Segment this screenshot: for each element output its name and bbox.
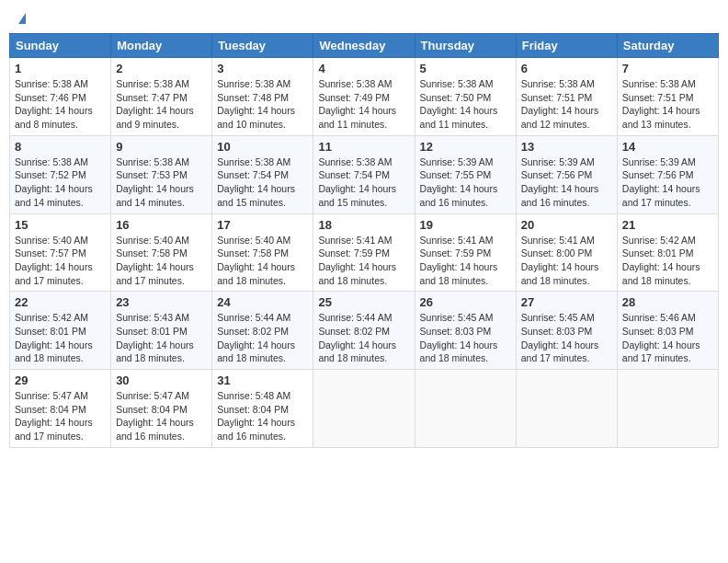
day-info: Sunrise: 5:44 AMSunset: 8:02 PMDaylight:… [318, 311, 409, 365]
header-saturday: Saturday [617, 34, 718, 58]
day-number: 29 [15, 373, 106, 387]
header-friday: Friday [516, 34, 617, 58]
day-number: 26 [420, 295, 511, 309]
calendar-cell: 10Sunrise: 5:38 AMSunset: 7:54 PMDayligh… [212, 135, 313, 213]
calendar-cell [516, 370, 617, 448]
calendar-cell: 25Sunrise: 5:44 AMSunset: 8:02 PMDayligh… [313, 292, 415, 370]
day-info: Sunrise: 5:45 AMSunset: 8:03 PMDaylight:… [521, 311, 612, 365]
day-number: 7 [622, 62, 713, 75]
calendar-cell: 19Sunrise: 5:41 AMSunset: 7:59 PMDayligh… [415, 213, 516, 292]
calendar-cell: 27Sunrise: 5:45 AMSunset: 8:03 PMDayligh… [516, 292, 617, 370]
calendar-cell: 16Sunrise: 5:40 AMSunset: 7:58 PMDayligh… [111, 213, 212, 292]
header-tuesday: Tuesday [212, 34, 313, 58]
calendar-cell: 21Sunrise: 5:42 AMSunset: 8:01 PMDayligh… [617, 213, 718, 292]
day-info: Sunrise: 5:39 AMSunset: 7:55 PMDaylight:… [420, 155, 511, 210]
day-number: 13 [521, 140, 612, 154]
calendar-cell: 23Sunrise: 5:43 AMSunset: 8:01 PMDayligh… [111, 292, 212, 370]
day-number: 22 [15, 295, 106, 309]
calendar-cell: 15Sunrise: 5:40 AMSunset: 7:57 PMDayligh… [10, 213, 111, 292]
calendar-cell: 13Sunrise: 5:39 AMSunset: 7:56 PMDayligh… [516, 135, 617, 213]
day-number: 5 [420, 62, 511, 75]
calendar-week-row: 15Sunrise: 5:40 AMSunset: 7:57 PMDayligh… [10, 213, 719, 292]
day-info: Sunrise: 5:43 AMSunset: 8:01 PMDaylight:… [116, 311, 207, 365]
calendar-cell: 31Sunrise: 5:48 AMSunset: 8:04 PMDayligh… [212, 370, 313, 448]
calendar-cell: 22Sunrise: 5:42 AMSunset: 8:01 PMDayligh… [10, 292, 111, 370]
day-number: 17 [217, 218, 308, 232]
day-info: Sunrise: 5:38 AMSunset: 7:51 PMDaylight:… [521, 77, 612, 132]
day-info: Sunrise: 5:39 AMSunset: 7:56 PMDaylight:… [622, 155, 713, 210]
day-number: 16 [116, 218, 207, 232]
day-info: Sunrise: 5:38 AMSunset: 7:48 PMDaylight:… [217, 77, 308, 132]
day-number: 1 [15, 62, 106, 75]
calendar-week-row: 22Sunrise: 5:42 AMSunset: 8:01 PMDayligh… [10, 292, 719, 370]
calendar-header-row: SundayMondayTuesdayWednesdayThursdayFrid… [10, 34, 719, 58]
day-number: 12 [420, 140, 511, 154]
calendar-cell [617, 370, 718, 448]
day-number: 10 [217, 140, 308, 154]
calendar-cell: 7Sunrise: 5:38 AMSunset: 7:51 PMDaylight… [617, 58, 718, 136]
day-info: Sunrise: 5:38 AMSunset: 7:53 PMDaylight:… [116, 155, 207, 210]
logo [17, 13, 26, 24]
page-header [9, 9, 719, 28]
day-info: Sunrise: 5:42 AMSunset: 8:01 PMDaylight:… [15, 311, 106, 365]
header-monday: Monday [111, 34, 212, 58]
day-number: 8 [15, 140, 106, 154]
day-info: Sunrise: 5:38 AMSunset: 7:50 PMDaylight:… [420, 77, 511, 132]
header-wednesday: Wednesday [313, 34, 415, 58]
day-info: Sunrise: 5:41 AMSunset: 8:00 PMDaylight:… [521, 234, 612, 288]
day-number: 24 [217, 295, 308, 309]
day-info: Sunrise: 5:44 AMSunset: 8:02 PMDaylight:… [217, 311, 308, 365]
day-info: Sunrise: 5:38 AMSunset: 7:51 PMDaylight:… [622, 77, 713, 132]
day-info: Sunrise: 5:47 AMSunset: 8:04 PMDaylight:… [15, 389, 106, 443]
day-info: Sunrise: 5:40 AMSunset: 7:58 PMDaylight:… [217, 234, 308, 288]
day-info: Sunrise: 5:38 AMSunset: 7:49 PMDaylight:… [318, 77, 409, 132]
day-number: 25 [318, 295, 409, 309]
day-info: Sunrise: 5:39 AMSunset: 7:56 PMDaylight:… [521, 155, 612, 210]
day-number: 14 [622, 140, 713, 154]
calendar-cell: 29Sunrise: 5:47 AMSunset: 8:04 PMDayligh… [10, 370, 111, 448]
day-info: Sunrise: 5:38 AMSunset: 7:54 PMDaylight:… [217, 155, 308, 210]
day-number: 27 [521, 295, 612, 309]
calendar-cell: 9Sunrise: 5:38 AMSunset: 7:53 PMDaylight… [111, 135, 212, 213]
day-info: Sunrise: 5:47 AMSunset: 8:04 PMDaylight:… [116, 389, 207, 443]
day-info: Sunrise: 5:38 AMSunset: 7:47 PMDaylight:… [116, 77, 207, 132]
day-number: 11 [318, 140, 409, 154]
calendar-cell: 3Sunrise: 5:38 AMSunset: 7:48 PMDaylight… [212, 58, 313, 136]
day-number: 31 [217, 373, 308, 387]
calendar-cell: 1Sunrise: 5:38 AMSunset: 7:46 PMDaylight… [10, 58, 111, 136]
day-number: 28 [622, 295, 713, 309]
calendar-cell: 8Sunrise: 5:38 AMSunset: 7:52 PMDaylight… [10, 135, 111, 213]
day-info: Sunrise: 5:42 AMSunset: 8:01 PMDaylight:… [622, 234, 713, 288]
calendar-cell [415, 370, 516, 448]
calendar-cell: 11Sunrise: 5:38 AMSunset: 7:54 PMDayligh… [313, 135, 415, 213]
day-info: Sunrise: 5:41 AMSunset: 7:59 PMDaylight:… [318, 234, 409, 288]
calendar-week-row: 1Sunrise: 5:38 AMSunset: 7:46 PMDaylight… [10, 58, 719, 136]
day-number: 2 [116, 62, 207, 75]
day-info: Sunrise: 5:40 AMSunset: 7:58 PMDaylight:… [116, 234, 207, 288]
day-info: Sunrise: 5:40 AMSunset: 7:57 PMDaylight:… [15, 234, 106, 288]
day-info: Sunrise: 5:46 AMSunset: 8:03 PMDaylight:… [622, 311, 713, 365]
calendar-cell: 4Sunrise: 5:38 AMSunset: 7:49 PMDaylight… [313, 58, 415, 136]
logo-icon [18, 13, 26, 24]
day-number: 23 [116, 295, 207, 309]
calendar-cell: 12Sunrise: 5:39 AMSunset: 7:55 PMDayligh… [415, 135, 516, 213]
calendar-cell: 17Sunrise: 5:40 AMSunset: 7:58 PMDayligh… [212, 213, 313, 292]
calendar-cell: 5Sunrise: 5:38 AMSunset: 7:50 PMDaylight… [415, 58, 516, 136]
day-info: Sunrise: 5:38 AMSunset: 7:46 PMDaylight:… [15, 77, 106, 132]
day-info: Sunrise: 5:38 AMSunset: 7:54 PMDaylight:… [318, 155, 409, 210]
day-number: 4 [318, 62, 409, 75]
day-info: Sunrise: 5:48 AMSunset: 8:04 PMDaylight:… [217, 389, 308, 443]
calendar-cell: 30Sunrise: 5:47 AMSunset: 8:04 PMDayligh… [111, 370, 212, 448]
calendar-cell: 6Sunrise: 5:38 AMSunset: 7:51 PMDaylight… [516, 58, 617, 136]
day-number: 21 [622, 218, 713, 232]
header-sunday: Sunday [10, 34, 111, 58]
calendar-cell: 18Sunrise: 5:41 AMSunset: 7:59 PMDayligh… [313, 213, 415, 292]
calendar-week-row: 29Sunrise: 5:47 AMSunset: 8:04 PMDayligh… [10, 370, 719, 448]
day-number: 3 [217, 62, 308, 75]
day-info: Sunrise: 5:38 AMSunset: 7:52 PMDaylight:… [15, 155, 106, 210]
calendar-cell: 24Sunrise: 5:44 AMSunset: 8:02 PMDayligh… [212, 292, 313, 370]
calendar-cell: 2Sunrise: 5:38 AMSunset: 7:47 PMDaylight… [111, 58, 212, 136]
calendar-cell: 28Sunrise: 5:46 AMSunset: 8:03 PMDayligh… [617, 292, 718, 370]
day-number: 19 [420, 218, 511, 232]
day-number: 20 [521, 218, 612, 232]
